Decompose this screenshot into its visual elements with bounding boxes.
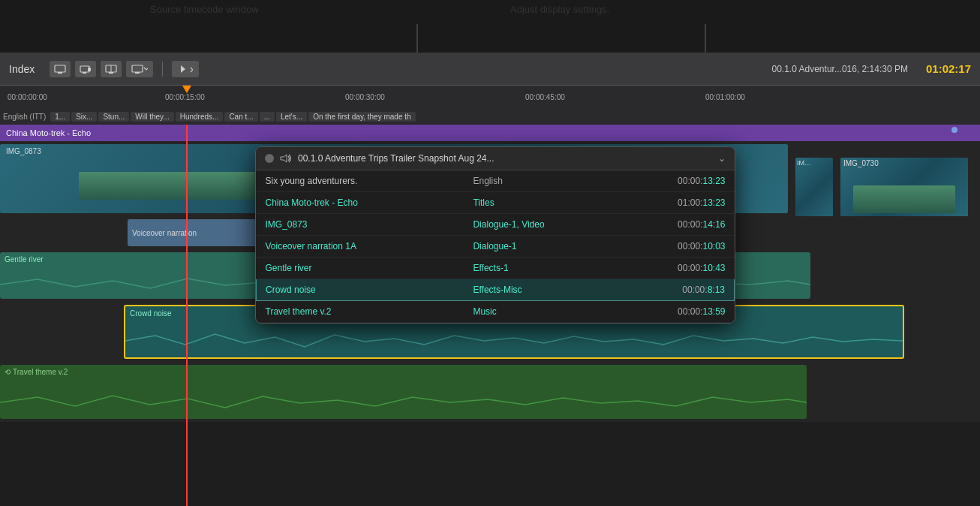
index-label: Index	[9, 63, 35, 75]
popup-row-role-2: Dialogue-1, Video	[464, 214, 630, 236]
crowd-noise-label: Crowd noise	[125, 308, 176, 319]
popup-row-name-1: China Moto-trek - Echo	[257, 192, 464, 214]
popup-table: Six young adventurers.English00:00:13:23…	[256, 170, 735, 323]
caption-item-2[interactable]: Will they...	[131, 112, 173, 122]
popup-row-role-4: Effects-1	[464, 258, 630, 279]
ruler-mark-1: 00:00:15:00	[165, 93, 205, 101]
svg-rect-11	[135, 72, 140, 74]
source-timecode-annotation: Source timecode window	[150, 4, 259, 15]
svg-rect-3	[58, 72, 62, 74]
travel-theme-track: ⟲ Travel theme v.2	[0, 362, 980, 422]
timecode-info: 00.1.0 Adventur...016, 2:14:30 PM	[771, 64, 907, 74]
popup-row-5[interactable]: Crowd noiseEffects-Misc00:00:8:13	[257, 279, 735, 301]
adjust-display-annotation: Adjust display settings.	[510, 4, 609, 15]
popup-row-time-highlight-3: 10:03	[702, 241, 725, 251]
popup-row-time-1: 01:00:13:23	[630, 192, 734, 214]
popup-row-time-highlight-1: 13:23	[702, 197, 725, 208]
popup-row-role-5: Effects-Misc	[464, 279, 630, 301]
popup-row-time-2: 00:00:14:16	[630, 214, 734, 236]
popup-row-role-3: Dialogue-1	[464, 236, 630, 258]
popup-row-name-4: Gentle river	[257, 258, 464, 279]
annotation-area: Source timecode window Adjust display se…	[0, 0, 980, 53]
popup-row-name-6: Travel theme v.2	[257, 301, 464, 323]
popup-row-time-highlight-6: 13:59	[702, 306, 725, 317]
gentle-river-label: Gentle river	[0, 254, 48, 265]
monitor-icon-2[interactable]	[75, 61, 96, 77]
travel-theme-label: Travel theme v.2	[13, 368, 68, 376]
popup-row-name-0: Six young adventurers.	[257, 170, 464, 192]
popup-row-time-highlight-5: 8:13	[708, 285, 725, 295]
caption-item-5[interactable]: ...	[260, 112, 275, 122]
monitor-icon-1[interactable]	[50, 61, 71, 77]
popup-row-time-3: 00:00:10:03	[630, 236, 734, 258]
caption-item-7[interactable]: On the first day, they made th	[308, 112, 415, 122]
monitor-icon-dropdown[interactable]	[126, 61, 153, 77]
popup-row-name-2: IMG_0873	[257, 214, 464, 236]
caption-item-num[interactable]: 1...	[50, 112, 70, 122]
travel-loop-icon: ⟲	[5, 368, 11, 376]
caption-item-0[interactable]: Six...	[71, 112, 97, 122]
toolbar-sep-1	[162, 62, 163, 77]
popup-title: 00.1.0 Adventure Trips Trailer Snapshot …	[298, 153, 712, 164]
caption-language: English (ITT)	[0, 113, 49, 121]
timeline-ruler: 00:00:00:00 00:00:15:00 00:00:30:00 00:0…	[0, 86, 980, 108]
popup-chevron[interactable]: ⌄	[718, 153, 726, 164]
svg-rect-5	[83, 72, 86, 74]
travel-theme-clip[interactable]: ⟲ Travel theme v.2	[0, 365, 807, 419]
svg-rect-10	[132, 65, 143, 72]
popup-row-role-6: Music	[464, 301, 630, 323]
caption-item-4[interactable]: Can t...	[224, 112, 257, 122]
travel-waveform	[0, 390, 807, 416]
travel-label-container: ⟲ Travel theme v.2	[0, 366, 72, 378]
voiceover-label: Voiceover narration	[132, 229, 197, 237]
popup-row-time-highlight-4: 10:43	[702, 263, 725, 273]
title-track-label: China Moto-trek - Echo	[6, 128, 91, 137]
caption-item-3[interactable]: Hundreds...	[176, 112, 224, 122]
popup-row-2[interactable]: IMG_0873Dialogue-1, Video00:00:14:16	[257, 214, 735, 236]
popup-row-4[interactable]: Gentle riverEffects-100:00:10:43	[257, 258, 735, 279]
caption-item-1[interactable]: Stun...	[98, 112, 129, 122]
popup-row-time-highlight-2: 14:16	[702, 219, 725, 230]
thumbnail-right-landscape	[853, 185, 955, 213]
timecode-yellow: 01:02:17	[926, 62, 971, 75]
crowd-waveform	[125, 328, 903, 354]
title-track: China Moto-trek - Echo	[0, 125, 980, 141]
video-clip-label: IMG_0873	[3, 146, 44, 157]
popup-row-time-highlight-0: 13:23	[702, 176, 725, 186]
index-popup: 00.1.0 Adventure Trips Trailer Snapshot …	[255, 146, 735, 324]
video-clip-small-label: IM...	[797, 159, 810, 167]
monitor-icon-3[interactable]	[101, 61, 122, 77]
video-clip-right-label: IMG_0730	[843, 159, 879, 167]
svg-rect-8	[109, 72, 113, 74]
popup-dot	[265, 154, 274, 163]
popup-audio-icon	[280, 153, 292, 164]
title-dot	[951, 127, 957, 133]
arrow-tool-btn[interactable]	[172, 61, 199, 77]
popup-row-6[interactable]: Travel theme v.2Music00:00:13:59	[257, 301, 735, 323]
caption-bar: English (ITT) 1... Six... Stun... Will t…	[0, 108, 980, 125]
popup-row-time-0: 00:00:13:23	[630, 170, 734, 192]
popup-row-role-1: Titles	[464, 192, 630, 214]
popup-row-role-0: English	[464, 170, 630, 192]
ruler-mark-0: 00:00:00:00	[8, 93, 47, 101]
popup-header: 00.1.0 Adventure Trips Trailer Snapshot …	[256, 147, 735, 170]
svg-marker-12	[181, 65, 185, 73]
popup-row-name-3: Voiceover narration 1A	[257, 236, 464, 258]
popup-row-name-5: Crowd noise	[257, 279, 464, 301]
ruler-mark-2: 00:00:30:00	[345, 93, 385, 101]
popup-row-time-5: 00:00:8:13	[630, 279, 734, 301]
caption-item-6[interactable]: Let's...	[276, 112, 307, 122]
toolbar-icons	[50, 61, 153, 77]
popup-row-0[interactable]: Six young adventurers.English00:00:13:23	[257, 170, 735, 192]
popup-row-time-6: 00:00:13:59	[630, 301, 734, 323]
popup-row-1[interactable]: China Moto-trek - EchoTitles01:00:13:23	[257, 192, 735, 214]
ruler-mark-3: 00:00:45:00	[525, 93, 565, 101]
svg-rect-6	[88, 68, 91, 71]
svg-marker-13	[281, 155, 287, 162]
popup-row-3[interactable]: Voiceover narration 1ADialogue-100:00:10…	[257, 236, 735, 258]
svg-rect-2	[55, 65, 65, 72]
ruler-mark-4: 00:01:00:00	[705, 93, 745, 101]
toolbar: Index 00.1.0 Adventur...016, 2:14:30 PM …	[0, 53, 980, 86]
popup-row-time-4: 00:00:10:43	[630, 258, 734, 279]
